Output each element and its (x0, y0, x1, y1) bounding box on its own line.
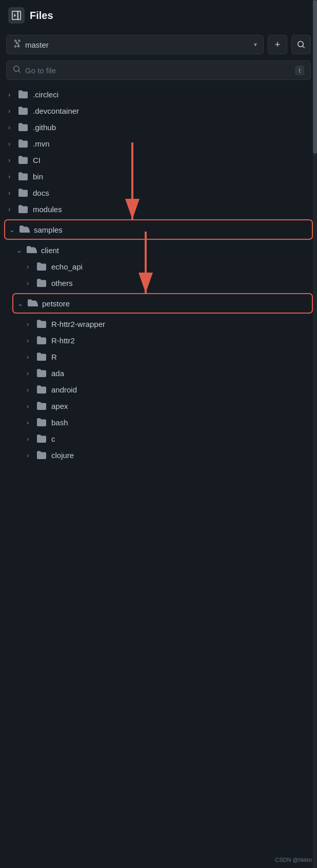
tree-item-c[interactable]: › c (0, 430, 317, 447)
folder-icon (17, 155, 29, 164)
search-icon (13, 65, 21, 75)
page-title: Files (30, 10, 53, 22)
folder-icon (36, 336, 47, 345)
tree-item-samples[interactable]: ⌄ samples (5, 221, 312, 238)
item-name: modules (33, 205, 62, 214)
item-name: c (51, 435, 55, 443)
add-file-button[interactable]: + (268, 35, 287, 54)
chevron-right-icon: › (8, 91, 17, 98)
search-placeholder: Go to file (25, 66, 295, 75)
tree-item-devcontainer[interactable]: › .devcontainer (0, 102, 317, 119)
search-bar[interactable]: Go to file t (6, 60, 311, 80)
folder-icon (17, 122, 29, 132)
chevron-right-icon: › (27, 353, 36, 361)
tree-item-apex[interactable]: › apex (0, 398, 317, 414)
tree-item-r-httr2-wrapper[interactable]: › R-httr2-wrapper (0, 316, 317, 332)
tree-item-r-httr2[interactable]: › R-httr2 (0, 332, 317, 348)
item-name: samples (34, 225, 63, 234)
chevron-down-icon: ▾ (254, 41, 257, 48)
tree-item-others[interactable]: › others (0, 275, 317, 291)
tree-item-r[interactable]: › R (0, 348, 317, 365)
tree-item-mvn[interactable]: › .mvn (0, 135, 317, 152)
folder-open-icon (27, 299, 38, 308)
folder-open-icon (26, 245, 37, 255)
folder-icon (36, 262, 47, 271)
scrollbar[interactable] (313, 0, 317, 868)
chevron-right-icon: › (8, 189, 17, 197)
chevron-right-icon: › (27, 435, 36, 443)
folder-icon (17, 90, 29, 99)
item-name: CI (33, 156, 41, 164)
folder-icon (17, 139, 29, 148)
item-name: bash (51, 418, 68, 427)
folder-icon (36, 450, 47, 460)
tree-item-circleci[interactable]: › .circleci (0, 86, 317, 102)
item-name: R-httr2-wrapper (51, 320, 105, 328)
item-name: client (41, 246, 59, 255)
item-name: echo_api (51, 262, 83, 271)
folder-icon (36, 278, 47, 287)
chevron-right-icon: › (27, 451, 36, 459)
folder-icon (17, 172, 29, 181)
tree-item-echo-api[interactable]: › echo_api (0, 258, 317, 275)
chevron-right-icon: › (8, 205, 17, 213)
scrollbar-thumb[interactable] (313, 0, 317, 154)
item-name: R-httr2 (51, 336, 75, 345)
branch-bar: master ▾ + (0, 31, 317, 58)
watermark: CSDN @hkktn (275, 857, 312, 863)
sidebar-toggle-button[interactable] (8, 7, 25, 24)
folder-open-icon (18, 225, 30, 234)
sidebar-icon (12, 11, 21, 20)
tree-item-ada[interactable]: › ada (0, 365, 317, 381)
item-name: R (51, 353, 57, 361)
tree-item-bin[interactable]: › bin (0, 168, 317, 184)
item-name: clojure (51, 451, 74, 460)
branch-selector[interactable]: master ▾ (6, 35, 264, 54)
folder-icon (17, 204, 29, 214)
chevron-right-icon: › (27, 320, 36, 328)
tree-item-ci[interactable]: › CI (0, 152, 317, 168)
chevron-right-icon: › (27, 369, 36, 377)
folder-icon (36, 418, 47, 427)
chevron-right-icon: › (27, 279, 36, 287)
item-name: android (51, 385, 77, 394)
item-name: bin (33, 172, 43, 181)
chevron-right-icon: › (27, 419, 36, 426)
tree-item-github[interactable]: › .github (0, 119, 317, 135)
chevron-right-icon: › (27, 402, 36, 410)
search-shortcut-badge: t (295, 66, 304, 75)
item-name: apex (51, 402, 68, 410)
chevron-down-icon: ⌄ (17, 300, 27, 307)
item-name: .github (33, 123, 56, 132)
chevron-right-icon: › (27, 337, 36, 344)
item-name: .mvn (33, 139, 50, 148)
chevron-down-icon: ⌄ (16, 246, 26, 254)
chevron-right-icon: › (8, 123, 17, 131)
git-branch-icon (13, 39, 21, 50)
file-tree: › .circleci › .devcontainer › .github › … (0, 84, 317, 465)
tree-item-clojure[interactable]: › clojure (0, 447, 317, 463)
folder-icon (36, 434, 47, 443)
tree-item-bash[interactable]: › bash (0, 414, 317, 430)
folder-icon (36, 319, 47, 328)
folder-icon (36, 401, 47, 410)
folder-icon (36, 352, 47, 361)
tree-item-docs[interactable]: › docs (0, 184, 317, 201)
item-name: .circleci (33, 90, 58, 99)
item-name: others (51, 279, 73, 287)
item-name: .devcontainer (33, 107, 79, 115)
item-name: ada (51, 369, 64, 378)
chevron-right-icon: › (27, 386, 36, 394)
search-button[interactable] (291, 35, 311, 54)
tree-item-petstore[interactable]: ⌄ petstore (13, 295, 312, 312)
item-name: petstore (42, 299, 70, 308)
chevron-right-icon: › (8, 140, 17, 148)
tree-item-client[interactable]: ⌄ client (0, 242, 317, 258)
folder-icon (36, 385, 47, 394)
chevron-right-icon: › (27, 263, 36, 271)
chevron-right-icon: › (8, 156, 17, 164)
tree-item-android[interactable]: › android (0, 381, 317, 398)
header: Files (0, 0, 317, 31)
folder-icon (17, 188, 29, 197)
tree-item-modules[interactable]: › modules (0, 201, 317, 217)
